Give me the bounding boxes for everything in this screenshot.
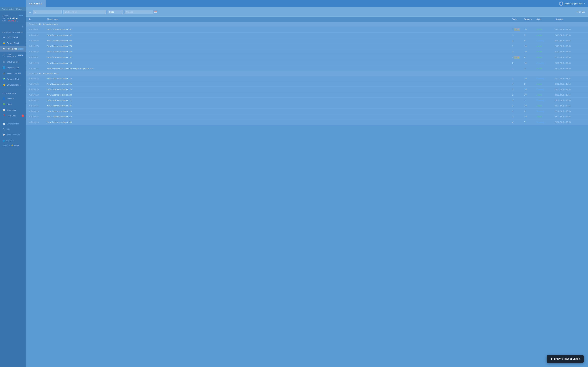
cell-tools: 3 bbox=[512, 62, 524, 64]
table-row[interactable]: KUB100194 New Kubernetes cluster 194 2 9… bbox=[26, 38, 588, 43]
sidebar-item-kubernetes[interactable]: ⚙ Kubernetes Preview bbox=[0, 46, 26, 52]
table-row[interactable]: KUB100149 New Kubernetes cluster 149 3 1… bbox=[26, 60, 588, 66]
cell-created: 23.12.2018at18:56 bbox=[555, 88, 585, 91]
help-desk-count: 1 bbox=[22, 115, 24, 117]
cell-name: New Kubernetes cluster 194 bbox=[47, 40, 512, 42]
sidebar-item-event-log[interactable]: 📋 Event Log bbox=[0, 107, 26, 113]
cell-name: New Kubernetes cluster 152 bbox=[47, 56, 512, 58]
sidebar-item-documentation[interactable]: 📄 Documentation bbox=[0, 121, 26, 126]
documentation-icon: 📄 bbox=[2, 122, 5, 125]
warning-icon: ⚠ bbox=[515, 28, 516, 30]
state-filter-select[interactable]: State Active Creating... bbox=[108, 10, 123, 14]
th-id[interactable]: ID bbox=[29, 18, 47, 20]
table-row[interactable]: KUB100115 New Kubernetes cluster 115 2 1… bbox=[26, 114, 588, 119]
table-row[interactable]: KUB100108 New Kubernetes cluster 108 4 7… bbox=[26, 119, 588, 125]
user-menu[interactable]: 👤 johndoe@gmail.com ▼ bbox=[559, 1, 585, 6]
sidebar-item-label: Video CDN bbox=[7, 72, 17, 75]
sidebar-item-anycast-cdn[interactable]: 🌐 Anycast CDN bbox=[0, 65, 26, 70]
language-selector[interactable]: 🌐 English ▼ bbox=[0, 139, 26, 143]
cell-name: New Kubernetes cluster 108 bbox=[47, 121, 512, 123]
table-row[interactable]: KUB100127 New Kubernetes cluster 127 3 7… bbox=[26, 98, 588, 103]
cell-created: 23.12.2018at18:56 bbox=[555, 99, 585, 101]
table-row[interactable]: KUB100168 New Kubernetes cluster 168 3 1… bbox=[26, 49, 588, 54]
cell-id: KUB100202 bbox=[29, 34, 47, 36]
sidebar-item-anycast-dns[interactable]: 🌍 Anycast DNS bbox=[0, 76, 26, 82]
sidebar-item-billing[interactable]: 💵 Billing bbox=[0, 101, 26, 107]
sidebar-item-private-cloud[interactable]: 🔒 Private Cloud bbox=[0, 40, 26, 46]
th-tools[interactable]: Tools bbox=[512, 18, 524, 20]
cell-state: Creating... bbox=[536, 121, 555, 123]
cell-state: Active bbox=[536, 28, 555, 31]
powered-by-label: Powered by bbox=[2, 145, 10, 146]
th-workers[interactable]: Workers bbox=[524, 18, 536, 20]
cell-workers: 5 bbox=[524, 34, 536, 36]
table-row[interactable]: KUB100147 websa-kubernetes-cluster-with-… bbox=[26, 66, 588, 71]
cell-tools: 2 bbox=[512, 116, 524, 118]
table-row[interactable]: KUB100202 New Kubernetes cluster 202 1 5… bbox=[26, 33, 588, 38]
cell-id: KUB100127 bbox=[29, 99, 47, 101]
table-row[interactable]: KUB100207 New Kubernetes cluster 207 1 ⚠… bbox=[26, 26, 588, 33]
table-row[interactable]: KUB100130 New Kubernetes cluster 130 2 1… bbox=[26, 87, 588, 92]
table-row[interactable]: KUB100118 New Kubernetes cluster 118 1 2… bbox=[26, 108, 588, 114]
top-up-link[interactable]: TOP-UP bbox=[17, 15, 23, 17]
table-row[interactable]: KUB100173 New Kubernetes cluster 173 1 1… bbox=[26, 43, 588, 49]
datacenter-name-ams2: NL, Amsterdam, Ams2 bbox=[39, 73, 59, 75]
th-name[interactable]: Cluster name bbox=[47, 18, 512, 20]
table-header: ID Cluster name Tools Workers State ↓ Cr… bbox=[26, 17, 588, 22]
feedback-icon: 💬 bbox=[2, 133, 5, 136]
sidebar-item-account[interactable]: 👤 Account bbox=[0, 96, 26, 101]
filter-icon[interactable]: ☰ bbox=[29, 10, 31, 13]
cell-state: Active bbox=[536, 94, 555, 96]
sidebar-item-ssl-certificates[interactable]: 🔐 SSL certificates bbox=[0, 82, 26, 88]
th-state[interactable]: State bbox=[536, 18, 555, 20]
cell-workers: 10 bbox=[524, 116, 536, 118]
balance-eur: −€1,002.76 bbox=[7, 20, 16, 22]
table-row[interactable]: KUB100128 New Kubernetes cluster 128 1 1… bbox=[26, 92, 588, 98]
th-created[interactable]: ↓ Created bbox=[555, 18, 585, 20]
sidebar-item-label: Event Log bbox=[7, 109, 16, 111]
sort-down-icon: ↓ bbox=[555, 18, 556, 20]
beta-badge: Beta bbox=[18, 73, 21, 74]
sidebar-item-send-feedback[interactable]: 💬 Send Feedback bbox=[0, 132, 26, 137]
warning-icon: ⚠ bbox=[515, 56, 516, 58]
cell-workers: 10 bbox=[524, 105, 536, 107]
cell-tools: 2 bbox=[512, 88, 524, 91]
calendar-icon[interactable]: 📅 bbox=[154, 10, 157, 13]
cell-created: 21.01.2019at18:56 bbox=[555, 50, 585, 53]
sidebar-item-video-cdn[interactable]: 📹 Video CDN Beta bbox=[0, 70, 26, 76]
plus-icon: ✚ bbox=[550, 357, 553, 361]
name-filter-input[interactable] bbox=[63, 10, 106, 14]
create-new-cluster-button[interactable]: ✚ CREATE NEW CLUSTER bbox=[547, 355, 584, 363]
cell-id: KUB100126 bbox=[29, 105, 47, 107]
id-filter-input[interactable] bbox=[33, 10, 61, 14]
cell-id: KUB100135 bbox=[29, 83, 47, 85]
cell-name: New Kubernetes cluster 135 bbox=[47, 83, 512, 85]
created-filter-input[interactable] bbox=[125, 10, 153, 14]
table-row[interactable]: KUB100152 New Kubernetes cluster 152 5 ⚠… bbox=[26, 54, 588, 60]
cell-id: KUB100142 bbox=[29, 77, 47, 80]
table-row[interactable]: KUB100135 New Kubernetes cluster 135 4 2… bbox=[26, 81, 588, 87]
cell-tools: 1 bbox=[512, 45, 524, 47]
cell-tools: 1 ⚠ ×2 bbox=[512, 28, 524, 31]
webea-logo: ⚡ webea bbox=[11, 144, 19, 146]
clusters-button[interactable]: CLUSTERS bbox=[26, 0, 46, 7]
table-row[interactable]: KUB100126 New Kubernetes cluster 126 1 1… bbox=[26, 103, 588, 108]
sidebar-item-label: Anycast DNS bbox=[7, 78, 19, 80]
cell-name: New Kubernetes cluster 142 bbox=[47, 77, 512, 80]
user-chevron-icon: ▼ bbox=[583, 3, 585, 5]
sidebar-item-cloud-storage[interactable]: 🗄 Cloud Storage bbox=[0, 59, 26, 65]
sidebar-item-api[interactable]: 🔧 API bbox=[0, 126, 26, 132]
table-row[interactable]: KUB100142 New Kubernetes cluster 142 1 1… bbox=[26, 76, 588, 81]
sidebar-item-load-balancers[interactable]: ⚖ Load Balancers Preview bbox=[0, 52, 26, 59]
balance-section: BALANCE: TOP-UP USD: $15,350.00 EUR: −€1… bbox=[0, 14, 26, 24]
menu-toggle[interactable]: ≡ bbox=[0, 24, 26, 29]
sidebar-item-cloud-servers[interactable]: 🖥 Cloud Servers bbox=[0, 34, 26, 40]
balance-expand-icon[interactable]: ▼ bbox=[17, 20, 18, 22]
cell-workers: 10 bbox=[524, 28, 536, 31]
cell-created: 23.01.2019at18:56 bbox=[555, 40, 585, 42]
sidebar-item-help-desk[interactable]: ❓ Help Desk 1 bbox=[0, 113, 26, 118]
cell-id: KUB100108 bbox=[29, 121, 47, 123]
cell-name: New Kubernetes cluster 202 bbox=[47, 34, 512, 36]
cell-state: Active bbox=[536, 45, 555, 47]
language-globe-icon: 🌐 bbox=[2, 140, 5, 142]
